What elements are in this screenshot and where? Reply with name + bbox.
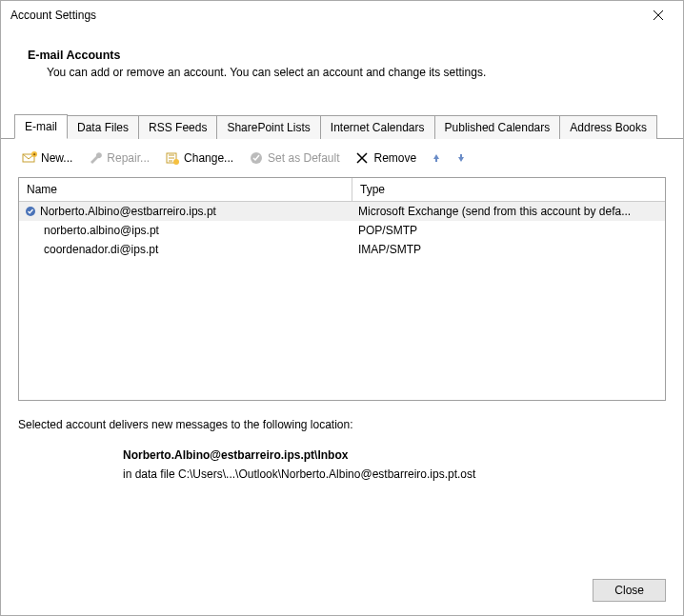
move-up-button[interactable] xyxy=(428,149,445,167)
table-row[interactable]: norberto.albino@ips.pt POP/SMTP xyxy=(19,221,665,240)
column-type[interactable]: Type xyxy=(352,178,665,201)
heading-title: E-mail Accounts xyxy=(28,49,668,62)
delivery-info: Selected account delivers new messages t… xyxy=(1,410,683,490)
toolbar: ✦ New... Repair... Change... Set as Defa… xyxy=(1,139,683,177)
check-circle-icon xyxy=(249,150,264,166)
footer: Close xyxy=(1,566,683,615)
remove-button[interactable]: Remove xyxy=(351,149,420,168)
close-button[interactable] xyxy=(639,1,677,30)
account-settings-dialog: Account Settings E-mail Accounts You can… xyxy=(0,0,684,616)
set-as-default-button: Set as Default xyxy=(245,149,343,168)
svg-text:✦: ✦ xyxy=(32,151,36,157)
default-account-icon xyxy=(25,206,36,217)
change-button[interactable]: Change... xyxy=(161,149,237,168)
repair-icon xyxy=(88,150,103,166)
account-name-cell: Norberto.Albino@estbarreiro.ips.pt xyxy=(19,204,352,219)
accounts-list: Name Type Norberto.Albino@estbarreiro.ip… xyxy=(18,177,666,401)
arrow-up-icon xyxy=(431,152,442,164)
new-button[interactable]: ✦ New... xyxy=(18,149,76,168)
account-name-cell: norberto.albino@ips.pt xyxy=(19,223,352,238)
tab-internet-calendars[interactable]: Internet Calendars xyxy=(320,115,435,139)
tab-rss-feeds[interactable]: RSS Feeds xyxy=(138,115,217,139)
tab-sharepoint-lists[interactable]: SharePoint Lists xyxy=(216,115,320,139)
close-dialog-button[interactable]: Close xyxy=(593,579,666,602)
window-title: Account Settings xyxy=(10,9,639,22)
column-headers: Name Type xyxy=(19,178,665,202)
arrow-down-icon xyxy=(455,152,467,164)
svg-point-4 xyxy=(173,159,179,165)
change-icon xyxy=(165,150,180,166)
tab-strip: E-mail Data Files RSS Feeds SharePoint L… xyxy=(1,113,683,139)
delivery-path-sub: in data file C:\Users\...\Outlook\Norber… xyxy=(18,467,666,481)
heading-block: E-mail Accounts You can add or remove an… xyxy=(1,30,683,89)
tab-published-calendars[interactable]: Published Calendars xyxy=(434,115,561,139)
account-name-cell: coordenador.di@ips.pt xyxy=(19,242,352,257)
account-type-cell: POP/SMTP xyxy=(352,223,665,238)
remove-icon xyxy=(354,150,370,166)
tab-address-books[interactable]: Address Books xyxy=(559,115,657,139)
column-name[interactable]: Name xyxy=(19,178,352,201)
repair-button: Repair... xyxy=(84,149,153,168)
tab-data-files[interactable]: Data Files xyxy=(67,115,139,139)
table-row[interactable]: coordenador.di@ips.pt IMAP/SMTP xyxy=(19,240,665,259)
heading-description: You can add or remove an account. You ca… xyxy=(28,66,668,79)
move-down-button[interactable] xyxy=(453,149,470,167)
delivery-path-main: Norberto.Albino@estbarreiro.ips.pt\Inbox xyxy=(18,448,666,462)
tab-email[interactable]: E-mail xyxy=(14,114,68,139)
close-icon xyxy=(653,10,664,21)
account-type-cell: IMAP/SMTP xyxy=(352,242,665,257)
envelope-new-icon: ✦ xyxy=(22,150,37,166)
table-row[interactable]: Norberto.Albino@estbarreiro.ips.pt Micro… xyxy=(19,202,665,221)
delivery-label: Selected account delivers new messages t… xyxy=(18,418,666,431)
title-bar: Account Settings xyxy=(1,1,683,30)
account-type-cell: Microsoft Exchange (send from this accou… xyxy=(352,204,665,219)
rows: Norberto.Albino@estbarreiro.ips.pt Micro… xyxy=(19,202,665,259)
